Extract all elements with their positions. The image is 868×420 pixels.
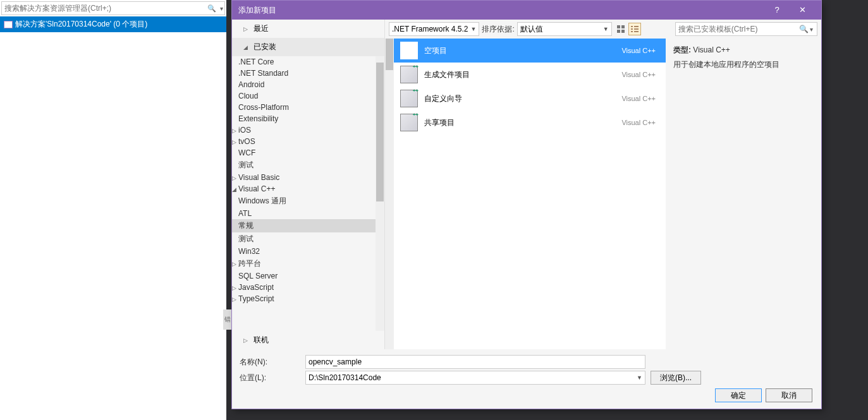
grid-view-button[interactable] — [614, 23, 627, 35]
tree-node[interactable]: .NET Core — [232, 56, 376, 68]
tree-node[interactable]: Windows 通用 — [232, 195, 376, 208]
location-combo[interactable]: D:\Sln20170314Code ▼ — [305, 371, 645, 385]
expand-icon: ▷ — [232, 296, 238, 303]
template-lang: Visual C++ — [609, 47, 659, 54]
template-item[interactable]: 生成文件项目Visual C++ — [394, 63, 666, 87]
template-search-input[interactable] — [678, 25, 799, 33]
template-icon — [400, 42, 418, 59]
dropdown-icon[interactable]: ▾ — [219, 5, 224, 12]
tree-scrollbar[interactable] — [376, 56, 384, 331]
tree-node[interactable]: WCF — [232, 147, 376, 159]
tree-node[interactable]: ▷跨平台 — [232, 257, 376, 270]
tree-node[interactable]: ▷iOS — [232, 124, 376, 136]
template-item[interactable]: 共享项目Visual C++ — [394, 111, 666, 135]
add-new-project-dialog: 添加新项目 ? ✕ ▷ 最近 ◢ 已安装 .NET Core.NET Stand… — [231, 0, 822, 409]
tree-node[interactable]: 常规 — [232, 219, 376, 232]
dropdown-icon[interactable]: ▾ — [809, 26, 814, 33]
help-button[interactable]: ? — [764, 1, 790, 20]
template-item[interactable]: 自定义向导Visual C++ — [394, 87, 666, 111]
template-name: 生成文件项目 — [424, 69, 602, 80]
tree-node[interactable]: Win32 — [232, 246, 376, 257]
category-nav: ▷ 最近 ◢ 已安装 .NET Core.NET StandardAndroid… — [232, 20, 385, 349]
expand-icon: ▷ — [243, 337, 250, 344]
template-list: 空项目Visual C++生成文件项目Visual C++自定义向导Visual… — [385, 39, 666, 349]
dialog-title: 添加新项目 — [238, 5, 764, 16]
expand-icon: ▷ — [232, 285, 238, 291]
type-label: 类型: — [673, 45, 691, 54]
tree-node[interactable]: .NET Standard — [232, 68, 376, 79]
expand-icon: ◢ — [243, 44, 250, 51]
chevron-down-icon: ▼ — [603, 26, 609, 32]
list-icon — [631, 25, 639, 33]
expand-icon: ▷ — [232, 175, 238, 181]
search-icon[interactable]: 🔍 — [205, 4, 219, 13]
template-scrollbar[interactable] — [385, 39, 394, 349]
solution-icon — [4, 21, 13, 28]
solution-label: 解决方案'Sln20170314Code' (0 个项目) — [15, 19, 147, 30]
tree-node[interactable]: 测试 — [232, 232, 376, 246]
tree-node[interactable]: Android — [232, 79, 376, 90]
expand-icon: ▷ — [232, 261, 238, 267]
tree-node[interactable]: Cloud — [232, 90, 376, 102]
template-name: 空项目 — [424, 45, 602, 56]
template-description: 用于创建本地应用程序的空项目 — [673, 59, 814, 70]
template-icon — [400, 90, 418, 107]
list-view-button[interactable] — [628, 23, 641, 35]
template-icon — [400, 66, 418, 83]
location-label: 位置(L): — [240, 373, 300, 383]
framework-combo[interactable]: .NET Framework 4.5.2 ▼ — [389, 22, 479, 36]
solution-explorer: 🔍 ▾ 解决方案'Sln20170314Code' (0 个项目) — [0, 0, 226, 420]
section-recent[interactable]: ▷ 最近 — [232, 20, 384, 38]
tree-node[interactable]: Extensibility — [232, 113, 376, 124]
search-icon[interactable]: 🔍 — [799, 25, 809, 33]
solution-node[interactable]: 解决方案'Sln20170314Code' (0 个项目) — [0, 16, 226, 32]
template-name: 自定义向导 — [424, 93, 602, 104]
browse-button[interactable]: 浏览(B)... — [651, 371, 701, 385]
sort-label: 排序依据: — [482, 24, 514, 35]
dialog-form: 名称(N): 位置(L): D:\Sln20170314Code ▼ 浏览(B)… — [232, 349, 821, 409]
grid-icon — [617, 25, 625, 33]
tree-node[interactable]: ATL — [232, 208, 376, 219]
template-lang: Visual C++ — [609, 119, 659, 126]
template-lang: Visual C++ — [609, 95, 659, 102]
tree-node[interactable]: ◢Visual C++ — [232, 183, 376, 195]
cancel-button[interactable]: 取消 — [766, 388, 812, 402]
tree-node[interactable]: ▷TypeScript — [232, 293, 376, 304]
expand-icon: ▷ — [232, 128, 238, 134]
template-info: 类型: Visual C++ 用于创建本地应用程序的空项目 — [666, 39, 821, 349]
chevron-down-icon: ▼ — [470, 26, 476, 32]
template-name: 共享项目 — [424, 117, 602, 128]
expand-icon: ▷ — [232, 139, 238, 145]
template-search[interactable]: 🔍 ▾ — [675, 22, 817, 36]
template-icon — [400, 114, 418, 131]
tree-node[interactable]: SQL Server — [232, 270, 376, 282]
solution-search[interactable]: 🔍 ▾ — [1, 1, 225, 15]
tree-node[interactable]: Cross-Platform — [232, 102, 376, 113]
tree-node[interactable]: ▷JavaScript — [232, 282, 376, 293]
ok-button[interactable]: 确定 — [715, 388, 762, 402]
tree-node[interactable]: ▷Visual Basic — [232, 172, 376, 183]
close-button[interactable]: ✕ — [790, 1, 815, 20]
dialog-titlebar[interactable]: 添加新项目 ? ✕ — [232, 1, 821, 20]
category-tree: .NET Core.NET StandardAndroidCloudCross-… — [232, 56, 376, 331]
section-online[interactable]: ▷ 联机 — [232, 331, 384, 349]
tree-node[interactable]: ▷tvOS — [232, 136, 376, 147]
type-value: Visual C++ — [693, 45, 730, 54]
expand-icon: ◢ — [232, 186, 238, 193]
name-label: 名称(N): — [240, 357, 300, 368]
template-item[interactable]: 空项目Visual C++ — [394, 39, 666, 63]
solution-search-input[interactable] — [2, 4, 205, 13]
section-installed[interactable]: ◢ 已安装 — [232, 38, 384, 56]
project-name-input[interactable] — [305, 355, 645, 369]
expand-icon: ▷ — [243, 26, 250, 32]
sort-combo[interactable]: 默认值 ▼ — [517, 22, 612, 36]
template-lang: Visual C++ — [609, 71, 659, 78]
error-list-tab[interactable]: 错 — [223, 309, 232, 330]
chevron-down-icon: ▼ — [637, 375, 642, 381]
dialog-toolbar: .NET Framework 4.5.2 ▼ 排序依据: 默认值 ▼ 🔍 — [385, 20, 821, 39]
tree-node[interactable]: 测试 — [232, 159, 376, 172]
